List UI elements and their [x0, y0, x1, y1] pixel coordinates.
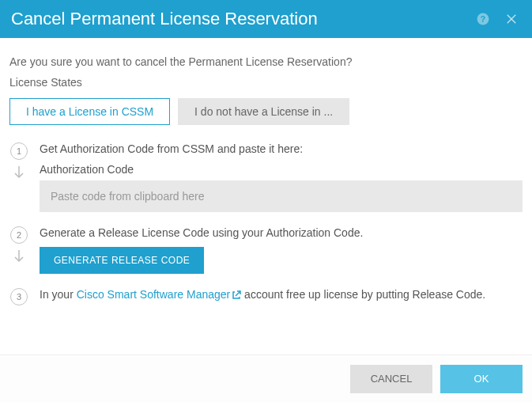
step-number: 2 — [10, 226, 28, 244]
cancel-button[interactable]: CANCEL — [350, 365, 432, 393]
dialog-titlebar: Cancel Permanent License Reservation ? — [0, 0, 532, 38]
step-number: 3 — [10, 288, 28, 305]
cssm-link-text: Cisco Smart Software Manager — [77, 288, 231, 301]
cssm-link[interactable]: Cisco Smart Software Manager — [77, 288, 242, 301]
arrow-down-icon — [13, 166, 25, 182]
step-body: In your Cisco Smart Software Manager acc… — [40, 288, 523, 301]
step-2: 2 Generate a Release License Code using … — [9, 226, 523, 274]
generate-release-code-button[interactable]: GENERATE RELEASE CODE — [40, 247, 204, 274]
step-indicator: 2 — [9, 226, 28, 266]
external-link-icon — [232, 290, 241, 300]
ok-button[interactable]: OK — [440, 365, 523, 393]
help-icon[interactable]: ? — [474, 9, 492, 28]
svg-line-6 — [236, 291, 240, 296]
arrow-down-icon — [13, 250, 25, 266]
step-3: 3 In your Cisco Smart Software Manager a… — [9, 288, 523, 305]
confirm-text: Are you sure you want to cancel the Perm… — [9, 55, 523, 68]
svg-text:?: ? — [481, 14, 485, 24]
step-indicator: 3 — [9, 288, 28, 305]
auth-code-label: Authorization Code — [40, 163, 523, 176]
tabs: I have a License in CSSM I do not have a… — [9, 98, 523, 125]
auth-code-input[interactable] — [40, 180, 523, 212]
close-icon[interactable] — [502, 9, 521, 28]
step-1: 1 Get Authorization Code from CSSM and p… — [9, 142, 523, 212]
tab-no-license[interactable]: I do not have a License in ... — [178, 98, 349, 125]
step-body: Generate a Release License Code using yo… — [40, 226, 523, 274]
step-2-instruction: Generate a Release License Code using yo… — [40, 226, 523, 239]
step-1-instruction: Get Authorization Code from CSSM and pas… — [40, 142, 523, 155]
dialog-footer: CANCEL OK — [0, 355, 532, 402]
dialog-title: Cancel Permanent License Reservation — [11, 9, 464, 29]
steps: 1 Get Authorization Code from CSSM and p… — [9, 142, 523, 305]
step-indicator: 1 — [9, 142, 28, 182]
dialog-content: Are you sure you want to cancel the Perm… — [0, 38, 532, 305]
step-3-prefix: In your — [40, 288, 77, 301]
step-3-suffix: account free up license by putting Relea… — [241, 288, 485, 301]
step-body: Get Authorization Code from CSSM and pas… — [40, 142, 523, 212]
license-states-label: License States — [9, 76, 523, 89]
step-number: 1 — [10, 142, 28, 160]
tab-have-license[interactable]: I have a License in CSSM — [9, 98, 170, 125]
